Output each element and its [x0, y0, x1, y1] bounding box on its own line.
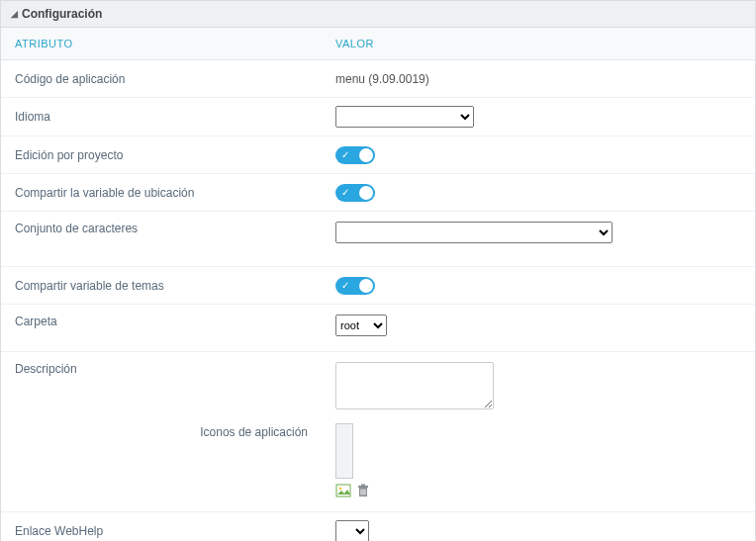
svg-rect-5	[361, 490, 362, 496]
compvar-toggle[interactable]: ✓	[335, 184, 375, 202]
comptema-toggle[interactable]: ✓	[335, 277, 375, 295]
label-appcode: Código de aplicación	[15, 72, 335, 86]
image-icon[interactable]	[335, 483, 351, 501]
panel-title: Configuración	[22, 7, 102, 21]
config-panel: ◢ Configuración ATRIBUTO VALOR Código de…	[0, 0, 756, 541]
row-desc: Descripción	[1, 352, 755, 419]
label-edicion: Edición por proyecto	[15, 148, 335, 162]
row-comptema: Compartir variable de temas ✓	[1, 267, 755, 305]
row-carpeta: Carpeta root	[1, 305, 755, 352]
trash-icon[interactable]	[355, 483, 371, 501]
charset-select[interactable]	[335, 222, 613, 243]
svg-rect-4	[361, 485, 365, 487]
collapse-icon: ◢	[11, 9, 18, 19]
webhelp-select[interactable]	[335, 520, 369, 541]
label-charset: Conjunto de caracteres	[15, 222, 335, 235]
label-compvar: Compartir la variable de ubicación	[15, 186, 335, 200]
label-comptema: Compartir variable de temas	[15, 279, 335, 293]
table-header: ATRIBUTO VALOR	[1, 28, 755, 60]
svg-point-1	[339, 488, 342, 491]
row-idioma: Idioma	[1, 98, 755, 136]
check-icon: ✓	[341, 279, 349, 293]
check-icon: ✓	[341, 186, 349, 200]
carpeta-select[interactable]: root	[335, 315, 387, 336]
panel-header[interactable]: ◢ Configuración	[1, 1, 755, 28]
app-icon-slot[interactable]	[335, 423, 353, 479]
svg-rect-3	[358, 486, 368, 488]
label-iconos: Iconos de aplicación	[15, 423, 308, 439]
label-idioma: Idioma	[15, 110, 335, 124]
row-charset: Conjunto de caracteres	[1, 212, 755, 267]
svg-rect-0	[336, 485, 350, 496]
row-edicion: Edición por proyecto ✓	[1, 136, 755, 174]
row-webhelp: Enlace WebHelp	[1, 512, 755, 541]
label-desc: Descripción	[15, 362, 335, 376]
row-compvar: Compartir la variable de ubicación ✓	[1, 174, 755, 212]
svg-rect-6	[363, 490, 364, 496]
col-header-val: VALOR	[335, 38, 741, 49]
row-iconos: Iconos de aplicación	[1, 419, 755, 512]
label-webhelp: Enlace WebHelp	[15, 524, 335, 538]
idioma-select[interactable]	[335, 106, 474, 128]
toggle-knob	[359, 279, 373, 293]
col-header-attr: ATRIBUTO	[15, 38, 335, 49]
check-icon: ✓	[341, 148, 349, 162]
toggle-knob	[359, 186, 373, 200]
value-appcode: menu (9.09.0019)	[335, 72, 741, 86]
desc-textarea[interactable]	[335, 362, 494, 409]
toggle-knob	[359, 148, 373, 162]
edicion-toggle[interactable]: ✓	[335, 146, 375, 164]
row-appcode: Código de aplicación menu (9.09.0019)	[1, 60, 755, 98]
svg-rect-7	[365, 490, 366, 496]
label-carpeta: Carpeta	[15, 315, 335, 328]
